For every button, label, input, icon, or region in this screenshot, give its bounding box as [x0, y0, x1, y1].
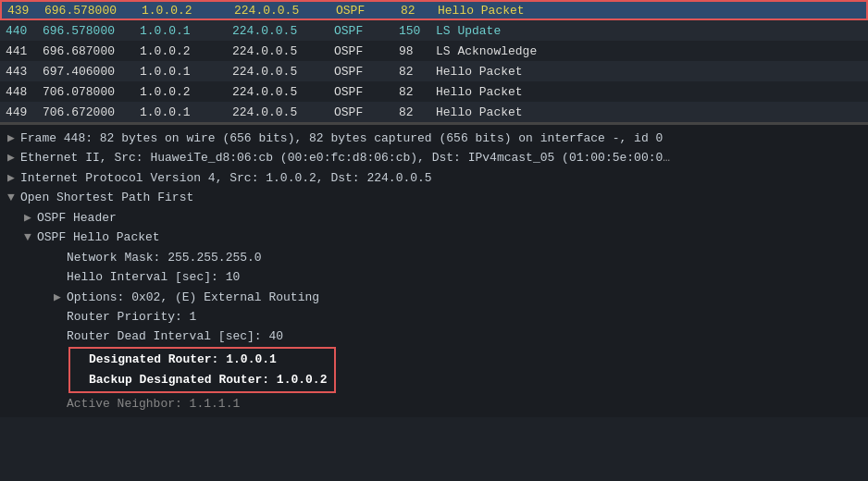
ethernet-row[interactable]: ▶ Ethernet II, Src: HuaweiTe_d8:06:cb (0…: [6, 148, 862, 167]
ospf-root-text: Open Shortest Path First: [20, 188, 193, 207]
ospf-header-text: OSPF Header: [37, 208, 117, 228]
packet-src: 1.0.0.1: [140, 24, 232, 38]
packet-no: 448: [6, 85, 43, 99]
expand-icon[interactable]: ▶: [7, 168, 20, 188]
packet-info: Hello Packet: [436, 85, 862, 99]
packet-no: 443: [6, 65, 43, 79]
packet-proto: OSPF: [334, 105, 399, 119]
options-row[interactable]: ▶ Options: 0x02, (E) External Routing: [6, 288, 862, 307]
packet-src: 1.0.0.2: [140, 44, 232, 58]
packet-dst: 224.0.0.5: [232, 24, 334, 38]
packet-dst: 224.0.0.5: [232, 85, 334, 99]
ethernet-text: Ethernet II, Src: HuaweiTe_d8:06:cb (00:…: [20, 148, 663, 167]
active-neighbor-text: Active Neighbor: 1.1.1.1: [67, 394, 240, 413]
packet-dst: 224.0.0.5: [232, 65, 334, 79]
expand-icon[interactable]: ▶: [7, 148, 20, 167]
packet-info: Hello Packet: [438, 4, 861, 18]
packet-len: 82: [401, 4, 438, 18]
packet-proto: OSPF: [336, 4, 401, 18]
packet-time: 706.078000: [43, 85, 140, 99]
packet-proto: OSPF: [334, 44, 399, 58]
dr-bdr-highlight-box: Designated Router: 1.0.0.1 Backup Design…: [68, 347, 336, 393]
options-text: Options: 0x02, (E) External Routing: [67, 288, 319, 307]
packet-info: LS Update: [436, 24, 862, 38]
router-priority-text: Router Priority: 1: [67, 307, 196, 327]
frame-row[interactable]: ▶ Frame 448: 82 bytes on wire (656 bits)…: [6, 129, 862, 148]
packet-no: 439: [7, 4, 44, 18]
packet-src: 1.0.0.1: [140, 105, 232, 119]
packet-len: 150: [399, 24, 436, 38]
packet-proto: OSPF: [334, 85, 399, 99]
designated-router-text: Designated Router: 1.0.0.1: [89, 350, 277, 370]
packet-info: LS Acknowledge: [436, 44, 862, 58]
router-dead-text: Router Dead Interval [sec]: 40: [67, 327, 283, 346]
packet-time: 696.578000: [44, 4, 142, 18]
packet-no: 440: [6, 24, 43, 38]
packet-info: Hello Packet: [436, 105, 862, 119]
ospf-root-row[interactable]: ▼ Open Shortest Path First: [6, 188, 862, 207]
network-mask-text: Network Mask: 255.255.255.0: [67, 248, 262, 267]
packet-no: 449: [6, 105, 43, 119]
packet-time: 696.578000: [43, 24, 140, 38]
packet-src: 1.0.0.2: [142, 4, 234, 18]
table-row[interactable]: 448 706.078000 1.0.0.2 224.0.0.5 OSPF 82…: [0, 81, 868, 102]
packet-time: 696.687000: [43, 44, 140, 58]
expand-icon[interactable]: ▼: [24, 228, 37, 247]
designated-router-row: Designated Router: 1.0.0.1: [76, 350, 329, 370]
active-neighbor-row: Active Neighbor: 1.1.1.1: [6, 394, 862, 413]
expand-icon[interactable]: ▼: [7, 188, 20, 207]
expand-icon[interactable]: ▶: [7, 129, 20, 148]
expand-icon[interactable]: ▶: [24, 208, 37, 228]
ip-row[interactable]: ▶ Internet Protocol Version 4, Src: 1.0.…: [6, 168, 862, 188]
packet-src: 1.0.0.1: [140, 65, 232, 79]
packet-time: 697.406000: [43, 65, 140, 79]
network-mask-row: Network Mask: 255.255.255.0: [6, 248, 862, 267]
table-row[interactable]: 443 697.406000 1.0.0.1 224.0.0.5 OSPF 82…: [0, 61, 868, 81]
table-row[interactable]: 441 696.687000 1.0.0.2 224.0.0.5 OSPF 98…: [0, 41, 868, 61]
router-dead-row: Router Dead Interval [sec]: 40: [6, 327, 862, 346]
ospf-hello-row[interactable]: ▼ OSPF Hello Packet: [6, 228, 862, 247]
packet-no: 441: [6, 44, 43, 58]
hello-interval-text: Hello Interval [sec]: 10: [67, 267, 240, 287]
packet-dst: 224.0.0.5: [232, 105, 334, 119]
table-row[interactable]: 439 696.578000 1.0.0.2 224.0.0.5 OSPF 82…: [0, 0, 868, 20]
backup-designated-row: Backup Designated Router: 1.0.0.2: [76, 370, 329, 390]
packet-len: 82: [399, 105, 436, 119]
truncated-indicator: …: [663, 148, 670, 167]
router-priority-row: Router Priority: 1: [6, 307, 862, 327]
table-row[interactable]: 449 706.672000 1.0.0.1 224.0.0.5 OSPF 82…: [0, 102, 868, 122]
packet-len: 82: [399, 85, 436, 99]
ospf-header-row[interactable]: ▶ OSPF Header: [6, 208, 862, 228]
packet-time: 706.672000: [43, 105, 140, 119]
packet-proto: OSPF: [334, 24, 399, 38]
packet-len: 82: [399, 65, 436, 79]
frame-text: Frame 448: 82 bytes on wire (656 bits), …: [20, 129, 663, 148]
packet-info: Hello Packet: [436, 65, 862, 79]
packet-dst: 224.0.0.5: [234, 4, 336, 18]
expand-icon[interactable]: ▶: [54, 288, 67, 307]
packet-proto: OSPF: [334, 65, 399, 79]
table-row[interactable]: 440 696.578000 1.0.0.1 224.0.0.5 OSPF 15…: [0, 20, 868, 41]
ospf-hello-text: OSPF Hello Packet: [37, 228, 160, 247]
packet-src: 1.0.0.2: [140, 85, 232, 99]
ip-text: Internet Protocol Version 4, Src: 1.0.0.…: [20, 168, 432, 188]
packet-len: 98: [399, 44, 436, 58]
backup-designated-text: Backup Designated Router: 1.0.0.2: [89, 370, 327, 390]
detail-pane: ▶ Frame 448: 82 bytes on wire (656 bits)…: [0, 125, 868, 417]
packet-dst: 224.0.0.5: [232, 44, 334, 58]
packet-list: 439 696.578000 1.0.0.2 224.0.0.5 OSPF 82…: [0, 0, 868, 123]
hello-interval-row: Hello Interval [sec]: 10: [6, 267, 862, 287]
